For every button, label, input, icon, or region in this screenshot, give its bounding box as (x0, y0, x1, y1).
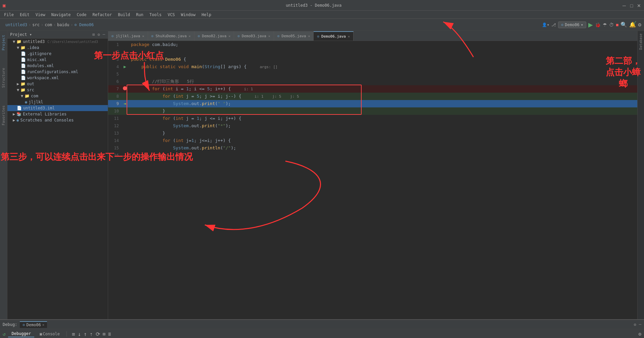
project-tab[interactable]: Project (1, 34, 6, 52)
menu-bar: File Edit View Navigate Code Refactor Bu… (0, 11, 644, 19)
tree-item-modules[interactable]: 📄 modules.xml (7, 63, 108, 69)
menu-build[interactable]: Build (115, 12, 133, 18)
toolbar-right: 👤▾ ⎇ ⊙ Demo06 ▾ ▶ 🐞 ☂ ⏱ ■ 🔍 🔔 ⚙ (542, 21, 641, 29)
tree-item-out[interactable]: ▶ 📁 out (7, 81, 108, 87)
tab-shuxudemo[interactable]: ⊙ ShuXuDemo.java ✕ (148, 31, 194, 41)
step-into-icon[interactable]: ↓ (78, 331, 81, 337)
settings-icon[interactable]: ⚙ (638, 21, 641, 28)
breadcrumb-baidu[interactable]: baidu (57, 22, 69, 27)
close-tab-jljlkl[interactable]: ✕ (142, 34, 144, 38)
tree-item-misc[interactable]: 📄 misc.xml (7, 57, 108, 63)
debug-config-icon: ⊙ (22, 323, 25, 327)
menu-refactor[interactable]: Refactor (90, 12, 114, 18)
user-icon[interactable]: 👤▾ (542, 22, 549, 27)
close-button[interactable]: ✕ (637, 3, 641, 8)
close-tab-demo02[interactable]: ✕ (228, 34, 230, 38)
code-editor[interactable]: 1 package com.baidu; 2 3 public class De… (108, 41, 637, 319)
tree-item-idea[interactable]: ▼ 📁 .idea (7, 45, 108, 51)
menu-window[interactable]: Window (178, 12, 198, 18)
tree-item-com[interactable]: ▼ 📁 com (7, 93, 108, 99)
minimize-button[interactable]: ─ (622, 3, 627, 8)
breadcrumb-src[interactable]: src (32, 22, 40, 27)
menu-edit[interactable]: Edit (17, 12, 32, 18)
close-tab-demo03[interactable]: ✕ (268, 34, 270, 38)
tree-item-gitignore[interactable]: 📄 .gitignore (7, 51, 108, 57)
tree-item-runconfigs[interactable]: 📄 runConfigurations.xml (7, 69, 108, 75)
menu-code[interactable]: Code (74, 12, 89, 18)
modules-icon: 📄 (21, 63, 26, 68)
window-title: untitled3 - Demo06.java (286, 3, 341, 8)
tree-item-iml[interactable]: 📄 untitled3.iml (7, 105, 108, 111)
tree-item-src[interactable]: ▼ 📁 src (7, 87, 108, 93)
jljlkl-icon: ◉ (25, 100, 27, 104)
sidebar-collapse-icon[interactable]: ─ (103, 32, 105, 37)
settings-2-icon[interactable]: ⚙ (639, 331, 641, 337)
project-folder-icon: 📁 (16, 39, 21, 44)
tab-demo03[interactable]: ⊙ Demo03.java ✕ (234, 31, 274, 41)
menu-run[interactable]: Run (133, 12, 146, 18)
code-line-2: 2 (108, 48, 637, 56)
close-tab-demo06[interactable]: ✕ (348, 35, 350, 38)
runconfig-icon: 📄 (21, 69, 26, 74)
close-tab-shuxudemo[interactable]: ✕ (189, 34, 191, 38)
sidebar-settings-icon[interactable]: ⚙ (98, 32, 100, 37)
threads-icon[interactable]: ≣ (108, 331, 111, 337)
step-over-icon[interactable]: ≡ (72, 331, 75, 337)
tree-item-workspace[interactable]: 📄 workspace.xml (7, 75, 108, 81)
code-line-5: 5 (108, 70, 637, 78)
tab-demo02[interactable]: ⊙ Demo02.java ✕ (194, 31, 234, 41)
menu-tools[interactable]: Tools (147, 12, 164, 18)
menu-help[interactable]: Help (199, 12, 214, 18)
bottom-panel: Debug: ⊙ Demo06 ✕ ⚙ ─ ↺ Debugger ▣ Conso… (0, 319, 644, 338)
sidebar-scope-icon[interactable]: ⊞ (92, 32, 95, 37)
run-button[interactable]: ▶ (588, 21, 593, 29)
step-out-icon[interactable]: ↑ (84, 331, 87, 337)
maximize-button[interactable]: □ (629, 3, 634, 8)
structure-tab[interactable]: Structure (1, 66, 6, 89)
close-tab-demo05[interactable]: ✕ (308, 34, 310, 38)
com-folder-icon: 📁 (25, 94, 30, 98)
restart-icon[interactable]: ↺ (3, 331, 5, 337)
debug-button[interactable]: 🐞 (595, 22, 601, 28)
menu-view[interactable]: View (33, 12, 48, 18)
menu-file[interactable]: File (1, 12, 16, 18)
expand-icon: ▼ (13, 39, 15, 44)
code-line-15: 15 System.out.println("/"); (108, 144, 637, 152)
left-side-tabs: Project Structure Favorites (0, 31, 7, 319)
frames-icon[interactable]: ⊞ (103, 331, 105, 337)
sidebar-header: Project ▾ ⊞ ⚙ ─ (7, 31, 108, 39)
menu-navigate[interactable]: Navigate (49, 12, 74, 18)
close-debug-tab[interactable]: ✕ (42, 323, 44, 327)
tab-demo06[interactable]: ⊙ Demo06.java ✕ (314, 31, 354, 41)
stop-button[interactable]: ■ (616, 22, 618, 28)
database-tab[interactable]: Database (638, 32, 643, 51)
breakpoint-dot[interactable] (123, 85, 127, 93)
evaluate-icon[interactable]: ⟳ (96, 331, 100, 337)
vcs-icon[interactable]: ⎇ (551, 22, 556, 27)
menu-vcs[interactable]: VCS (165, 12, 178, 18)
tab-demo05[interactable]: ⊙ Demo05.java ✕ (274, 31, 314, 41)
debug-minimize-icon[interactable]: ─ (639, 322, 641, 327)
favorites-tab[interactable]: Favorites (1, 104, 6, 127)
breadcrumb: untitled3 › src › com › baidu › ⊙ Demo06 (3, 19, 96, 31)
code-line-16: 16 } (108, 152, 637, 159)
tree-item-jljlkl[interactable]: ◉ jljlkl (7, 99, 108, 105)
breadcrumb-com[interactable]: com (45, 22, 52, 27)
debug-settings-icon[interactable]: ⚙ (634, 322, 636, 327)
coverage-button[interactable]: ☂ (603, 22, 607, 28)
search-icon[interactable]: 🔍 (620, 21, 627, 28)
breadcrumb-demo06[interactable]: ⊙ Demo06 (74, 22, 94, 27)
console-tab[interactable]: ▣ Console (37, 331, 62, 337)
debug-config-tab[interactable]: ⊙ Demo06 ✕ (20, 321, 47, 328)
run-config[interactable]: ⊙ Demo06 ▾ (558, 21, 586, 28)
gitignore-icon: 📄 (21, 51, 26, 56)
run-to-cursor-icon[interactable]: ⇡ (90, 331, 93, 337)
tree-item-libraries[interactable]: ▶ 📚 External Libraries (7, 111, 108, 117)
tree-item-untitled3[interactable]: ▼ 📁 untitled3 C:\Users\lenovo\untitled3 (7, 39, 108, 45)
profile-button[interactable]: ⏱ (609, 22, 614, 28)
code-line-7: 7 for (int i = 1; i <= 5; i++) { i: 1 (108, 85, 637, 93)
tab-jljlkl[interactable]: ⊙ jljlkl.java ✕ (108, 31, 148, 41)
debugger-tab[interactable]: Debugger (8, 331, 34, 337)
tree-item-scratches[interactable]: ▶ ◉ Scratches and Consoles (7, 117, 108, 123)
breadcrumb-project[interactable]: untitled3 (5, 22, 27, 27)
